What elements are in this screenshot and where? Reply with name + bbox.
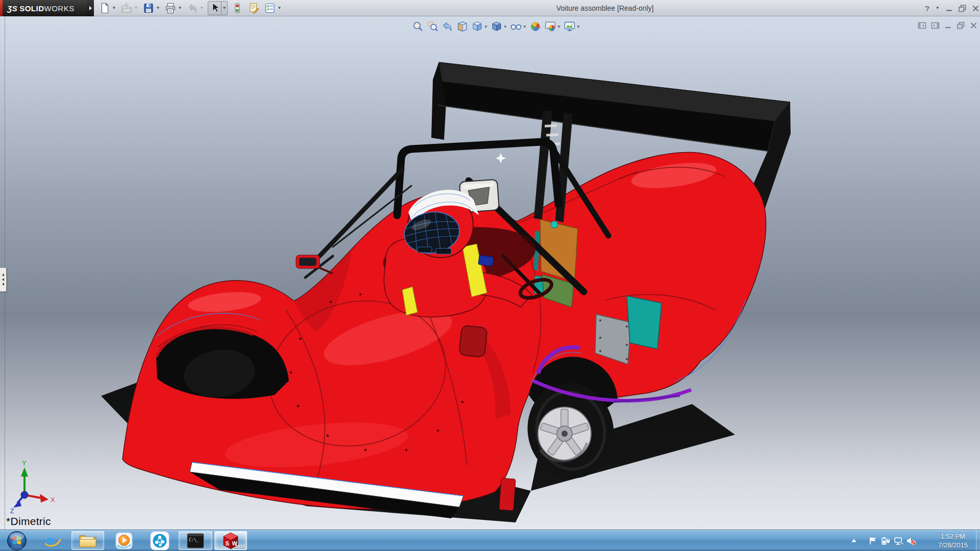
solidworks-version-badge: 2015 [235,544,246,549]
section-view-button[interactable] [456,20,469,33]
taskbar-media-player[interactable] [114,532,134,549]
window-restore-button[interactable] [958,3,967,13]
zoom-to-area-button[interactable] [426,20,439,33]
window-title: Voiture assomblee [Read-only] [556,4,654,12]
dassault-3ds-glyph: ƷS [7,4,17,13]
print-dropdown[interactable]: ▼ [177,6,183,11]
new-document-icon[interactable] [98,2,111,15]
taskbar-clock[interactable]: 1:52 PM 7/28/2015 [931,532,975,549]
select-cursor-icon[interactable] [208,2,222,15]
select-tool-button[interactable]: ▼ [208,1,228,15]
options-list-icon[interactable] [263,2,277,15]
show-desktop-button[interactable] [976,530,980,551]
apply-scene-button[interactable]: ▼ [544,20,561,33]
triad-x-label: X [51,496,55,504]
view-settings-dropdown[interactable]: ▼ [576,24,581,29]
save-button[interactable]: ▼ [142,2,161,15]
open-button[interactable]: ▼ [120,2,139,15]
start-button[interactable] [5,532,29,549]
internet-explorer-icon: e [43,532,62,550]
folder-icon [78,533,97,549]
hide-show-items-dropdown[interactable]: ▼ [523,24,527,29]
power-battery-icon[interactable] [879,533,892,548]
taskbar-solidworks-2015[interactable]: S W 2015 [214,531,247,550]
svg-text:C:\_: C:\_ [189,538,199,542]
model-render: Y X Z [0,16,980,530]
options-button[interactable]: ▼ [263,2,282,15]
view-settings-button[interactable]: ▼ [563,20,581,33]
collapse-pane-right-button[interactable] [931,21,940,30]
select-dropdown[interactable]: ▼ [222,6,227,11]
document-window-controls [918,21,977,30]
tab-arrow-icon [2,273,4,277]
window-close-button[interactable] [972,3,979,13]
window-controls: ? ▼ [925,0,979,16]
print-button[interactable]: ▼ [164,2,183,15]
taskbar-windows-explorer[interactable] [71,531,104,550]
document-restore-button[interactable] [957,21,965,30]
view-orientation-label: *Dimetric [6,515,51,528]
collapse-pane-left-button[interactable] [918,21,926,30]
help-button[interactable]: ? [925,3,929,13]
brand-works: WORKS [44,4,75,13]
taskbar-command-prompt[interactable]: C:\_ [179,531,212,550]
display-style-dropdown[interactable]: ▼ [503,24,508,29]
save-dropdown[interactable]: ▼ [155,6,161,11]
rebuild-traffic-light-icon[interactable] [231,2,244,15]
view-orientation-button[interactable]: ▼ [471,20,488,33]
zoom-to-fit-icon[interactable] [411,20,425,33]
undo-button[interactable]: ▼ [186,2,205,15]
main-toolbar: ▼ ▼ ▼ ▼ ▼ ▼ [98,0,285,16]
hide-show-items-button[interactable]: ▼ [509,20,527,33]
feature-panel-collapse-tab[interactable] [0,267,7,292]
heads-up-view-toolbar: ▼ ▼ ▼ ▼ ▼ [411,20,581,33]
new-dropdown[interactable]: ▼ [111,6,117,11]
zoom-to-area-icon[interactable] [426,20,439,33]
clock-date: 7/28/2015 [931,541,975,549]
network-icon[interactable] [892,533,904,548]
file-properties-button[interactable] [247,2,260,15]
rebuild-button[interactable] [231,2,244,15]
undo-dropdown[interactable]: ▼ [199,6,205,11]
open-dropdown[interactable]: ▼ [133,6,139,11]
options-dropdown[interactable]: ▼ [277,6,282,11]
document-minimize-button[interactable] [944,21,952,30]
display-style-button[interactable]: ▼ [490,20,508,33]
clock-time: 1:52 PM [931,532,975,541]
display-style-icon[interactable] [490,20,503,33]
apply-scene-dropdown[interactable]: ▼ [557,24,561,29]
taskbar-blue-molecule-app[interactable] [149,532,170,549]
svg-text:S: S [226,540,229,546]
taskbar-internet-explorer[interactable]: e [43,532,62,549]
zoom-to-fit-button[interactable] [411,20,425,33]
graphics-area[interactable]: Y X Z [0,16,980,530]
menu-expand-arrow[interactable] [87,0,94,16]
action-center-flag-icon[interactable] [866,533,879,548]
system-tray [847,530,917,551]
previous-view-icon[interactable] [441,20,454,33]
new-button[interactable]: ▼ [98,2,117,15]
save-floppy-icon[interactable] [142,2,155,15]
edit-appearance-button[interactable] [529,20,542,33]
open-folder-icon[interactable] [120,2,133,15]
volume-muted-icon[interactable] [904,533,917,548]
windows-taskbar: e [0,530,980,551]
appearance-ball-icon[interactable] [529,20,542,33]
eyeglasses-icon[interactable] [509,20,523,33]
document-close-button[interactable] [970,21,977,30]
view-orientation-dropdown[interactable]: ▼ [484,24,488,29]
view-orientation-cube-icon[interactable] [471,20,484,33]
section-view-icon[interactable] [456,20,469,33]
previous-view-button[interactable] [441,20,454,33]
print-icon[interactable] [164,2,177,15]
triad-z-label: Z [10,508,14,515]
help-dropdown[interactable]: ▼ [935,6,940,11]
tab-arrow-icon [2,283,4,286]
view-settings-monitor-icon[interactable] [563,20,576,33]
window-minimize-button[interactable] [945,3,953,13]
reference-triad: Y X Z [10,459,55,515]
show-hidden-icons-button[interactable] [847,533,860,548]
file-properties-icon[interactable] [247,2,260,15]
undo-icon[interactable] [186,2,199,15]
apply-scene-icon[interactable] [544,20,557,33]
